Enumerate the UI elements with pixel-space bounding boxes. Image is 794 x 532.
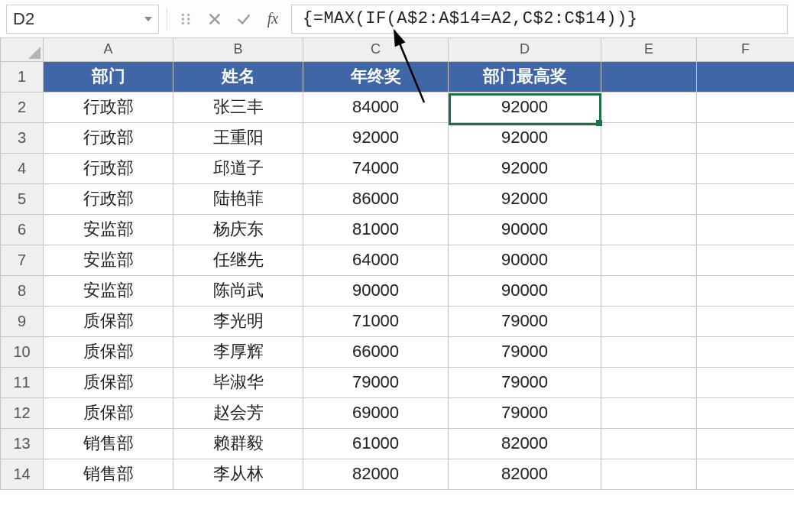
cell[interactable]: 92000 [449, 153, 601, 183]
cell[interactable] [697, 92, 795, 122]
cell[interactable] [601, 397, 697, 428]
cell[interactable] [601, 245, 697, 275]
cell[interactable]: 79000 [449, 397, 601, 428]
header-cell[interactable]: 姓名 [173, 61, 303, 92]
row-header[interactable]: 11 [1, 367, 44, 397]
header-cell[interactable]: 年终奖 [303, 61, 449, 92]
cell[interactable] [601, 336, 697, 367]
cell[interactable]: 陈尚武 [173, 275, 303, 306]
cell[interactable]: 81000 [303, 214, 449, 245]
row-header[interactable]: 1 [1, 61, 44, 92]
cancel-icon[interactable] [204, 8, 225, 30]
row-header[interactable]: 6 [1, 214, 44, 245]
cell[interactable]: 行政部 [44, 153, 173, 183]
row-header[interactable]: 4 [1, 153, 44, 183]
cell[interactable] [697, 367, 795, 397]
cell[interactable]: 79000 [303, 367, 449, 397]
cell[interactable] [601, 92, 697, 122]
cell[interactable]: 邱道子 [173, 153, 303, 183]
cell[interactable]: 66000 [303, 336, 449, 367]
cell[interactable]: 86000 [303, 183, 449, 214]
row-header[interactable]: 7 [1, 245, 44, 275]
cell[interactable]: 69000 [303, 397, 449, 428]
cell[interactable]: 79000 [449, 367, 601, 397]
col-header-D[interactable]: D [449, 38, 601, 61]
cell[interactable]: 销售部 [44, 428, 173, 459]
cell[interactable]: 李从林 [173, 459, 303, 489]
cell[interactable]: 90000 [449, 214, 601, 245]
formula-input[interactable]: {=MAX(IF(A$2:A$14=A2,C$2:C$14))} [291, 5, 788, 34]
cell[interactable] [697, 428, 795, 459]
cell[interactable] [697, 336, 795, 367]
fx-icon[interactable]: fx [262, 8, 284, 30]
cell[interactable] [601, 183, 697, 214]
cell[interactable]: 92000 [303, 122, 449, 153]
cell[interactable]: 82000 [449, 428, 601, 459]
cell[interactable] [697, 459, 795, 489]
cell[interactable]: 安监部 [44, 245, 173, 275]
cell[interactable]: 92000 [449, 183, 601, 214]
cell[interactable]: 61000 [303, 428, 449, 459]
cell[interactable]: 行政部 [44, 92, 173, 122]
cell[interactable]: 64000 [303, 245, 449, 275]
row-header[interactable]: 12 [1, 397, 44, 428]
col-header-B[interactable]: B [173, 38, 303, 61]
confirm-icon[interactable] [233, 8, 254, 30]
cell[interactable]: 李光明 [173, 306, 303, 336]
cell[interactable]: 安监部 [44, 275, 173, 306]
cell[interactable]: 79000 [449, 306, 601, 336]
cell[interactable]: 质保部 [44, 367, 173, 397]
cell[interactable] [601, 306, 697, 336]
cell[interactable] [601, 153, 697, 183]
cell[interactable]: 李厚辉 [173, 336, 303, 367]
cell[interactable]: 质保部 [44, 306, 173, 336]
cell[interactable]: 行政部 [44, 122, 173, 153]
cell[interactable]: 90000 [303, 275, 449, 306]
cell[interactable]: 90000 [449, 245, 601, 275]
cell[interactable]: 84000 [303, 92, 449, 122]
dropdown-icon[interactable] [144, 17, 152, 21]
cell[interactable]: 王重阳 [173, 122, 303, 153]
cell[interactable]: 陆艳菲 [173, 183, 303, 214]
cell[interactable]: 82000 [449, 459, 601, 489]
cell[interactable]: 74000 [303, 153, 449, 183]
header-cell[interactable]: 部门 [44, 61, 173, 92]
cell[interactable] [697, 153, 795, 183]
sheet-table[interactable]: A B C D E F 1 部门 姓名 年终奖 部门最高奖 2 行政部 张三丰 … [0, 38, 794, 490]
cell[interactable] [697, 214, 795, 245]
cell[interactable]: 安监部 [44, 214, 173, 245]
header-cell[interactable]: 部门最高奖 [449, 61, 601, 92]
select-all-corner[interactable] [1, 38, 44, 61]
col-header-E[interactable]: E [601, 38, 697, 61]
col-header-A[interactable]: A [44, 38, 173, 61]
cell[interactable] [697, 61, 795, 92]
cell[interactable] [697, 397, 795, 428]
cell[interactable] [601, 214, 697, 245]
cell[interactable] [697, 306, 795, 336]
cell[interactable]: 82000 [303, 459, 449, 489]
cell[interactable]: 赵会芳 [173, 397, 303, 428]
drag-handle-icon[interactable] [175, 8, 196, 30]
cell[interactable]: 质保部 [44, 397, 173, 428]
row-header[interactable]: 9 [1, 306, 44, 336]
row-header[interactable]: 3 [1, 122, 44, 153]
row-header[interactable]: 8 [1, 275, 44, 306]
row-header[interactable]: 14 [1, 459, 44, 489]
cell[interactable]: 行政部 [44, 183, 173, 214]
name-box[interactable]: D2 [6, 5, 159, 34]
cell[interactable]: 毕淑华 [173, 367, 303, 397]
cell[interactable]: 质保部 [44, 336, 173, 367]
cell[interactable]: 92000 [449, 122, 601, 153]
cell[interactable] [601, 459, 697, 489]
cell[interactable]: 张三丰 [173, 92, 303, 122]
cell[interactable] [601, 122, 697, 153]
cell[interactable] [601, 275, 697, 306]
cell[interactable] [697, 183, 795, 214]
cell[interactable]: 杨庆东 [173, 214, 303, 245]
cell[interactable] [601, 428, 697, 459]
cell[interactable] [697, 275, 795, 306]
cell[interactable]: 销售部 [44, 459, 173, 489]
col-header-C[interactable]: C [303, 38, 449, 61]
cell[interactable]: 90000 [449, 275, 601, 306]
cell[interactable]: 赖群毅 [173, 428, 303, 459]
